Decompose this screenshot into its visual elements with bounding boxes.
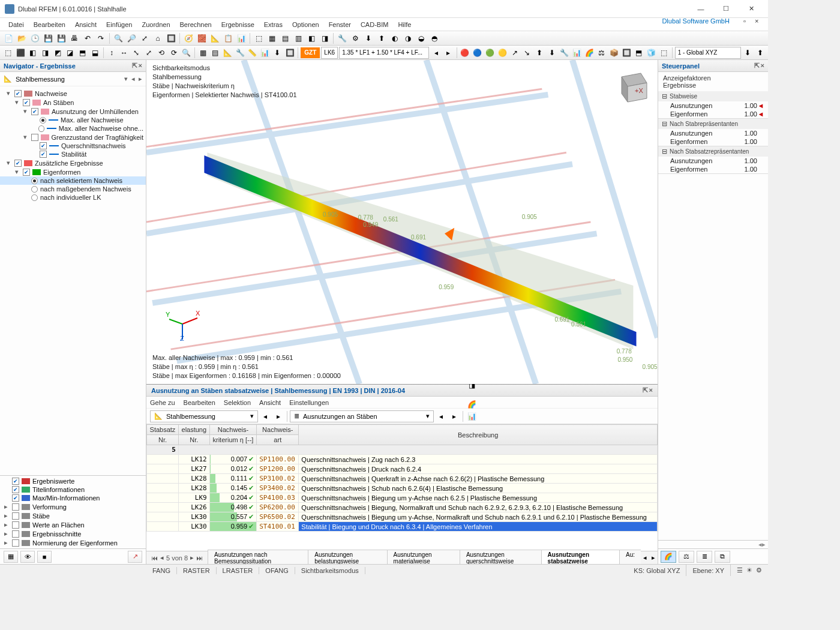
col-art[interactable]: Nachweis- — [257, 425, 299, 435]
option-row[interactable]: ▸Stäbe — [0, 511, 146, 520]
panel-close-icon[interactable]: × — [649, 386, 653, 394]
toolbar-button[interactable]: ↕ — [106, 47, 118, 59]
load-combo-selector[interactable]: 1.35 * LF1 + 1.50 * LF4 + LF... — [339, 47, 429, 59]
toolbar-button[interactable]: 💾 — [55, 32, 67, 44]
toolbar-button[interactable]: ↗ — [509, 47, 520, 59]
last-icon[interactable]: ⏭ — [196, 554, 203, 562]
table-menu-einstellungen[interactable]: Einstellungen — [289, 399, 329, 406]
group-header[interactable]: ⊟ Stabweise — [658, 91, 768, 101]
toolbar-button[interactable]: 📄 — [2, 32, 14, 44]
col-belastung[interactable]: elastung — [178, 425, 209, 435]
tree-item[interactable]: ✔Stabilität — [0, 150, 146, 158]
toolbar-button[interactable]: ◒ — [415, 32, 427, 44]
toolbar-button[interactable]: ◐ — [389, 32, 401, 44]
factor-value[interactable]: 1.00 — [737, 130, 757, 137]
factor-value[interactable]: 1.00 — [737, 102, 757, 109]
toolbar-button[interactable]: ⟲ — [156, 47, 167, 59]
radio[interactable] — [31, 194, 38, 201]
menu-cad-bim[interactable]: CAD-BIM — [356, 20, 393, 29]
factor-value[interactable]: 1.00 — [737, 138, 757, 145]
collapse-icon[interactable]: ⊟ — [662, 120, 667, 128]
panel-pin-icon[interactable]: ⇱ — [132, 62, 137, 70]
toolbar-button[interactable]: ⟳ — [168, 47, 179, 59]
mdi-restore-icon[interactable]: ▫ — [743, 17, 753, 32]
factor-row[interactable]: Ausnutzungen1.00 — [658, 129, 768, 137]
option-row[interactable]: ▸Verformung — [0, 502, 146, 511]
table-row[interactable]: LK280.145✔SP3400.02Querschnittsnachweis … — [147, 484, 658, 493]
toolbar-button[interactable]: 💾 — [42, 32, 54, 44]
option-row[interactable]: ▸Normierung der Eigenformen — [0, 538, 146, 547]
factor-row[interactable]: Eigenformen1.00 — [658, 165, 768, 173]
factor-row[interactable]: Ausnutzungen1.00 — [658, 157, 768, 165]
prev-icon[interactable]: ◂ — [259, 410, 271, 422]
status-toggle[interactable]: RASTER — [177, 567, 217, 574]
status-toggle[interactable]: OFANG — [259, 567, 295, 574]
group-header[interactable]: ⊟ Nach Stabsatzrepräsentanten — [658, 146, 768, 157]
table-menu-selektion[interactable]: Selektion — [224, 399, 251, 406]
table-row[interactable]: LK90.204✔SP4100.03Querschnittsnachweis |… — [147, 493, 658, 503]
checkbox[interactable]: ✔ — [12, 486, 19, 493]
toolbar-button[interactable]: ⤢ — [143, 47, 155, 59]
scroll-right-icon[interactable]: ▸ — [762, 541, 766, 548]
next-icon[interactable]: ▸ — [272, 410, 284, 422]
mdi-close-icon[interactable]: × — [755, 17, 764, 32]
results-tab[interactable]: Ausnutzungen nach Bemessungssituation — [208, 550, 308, 564]
factor-value[interactable]: 1.00 — [737, 166, 757, 173]
col-kriterium[interactable]: Nachweis- — [209, 425, 257, 435]
panel-pin-icon[interactable]: ⇱ — [754, 62, 760, 70]
toolbar-button[interactable]: 🔵 — [472, 47, 483, 59]
toolbar-button[interactable]: ◪ — [65, 47, 76, 59]
first-icon[interactable]: ⏮ — [151, 554, 158, 562]
table-menu-ansicht[interactable]: Ansicht — [259, 399, 281, 406]
toolbar-button[interactable]: ⬚ — [253, 32, 265, 44]
status-toggle[interactable]: Sichtbarkeitsmodus — [295, 567, 365, 574]
toolbar-button[interactable]: ▤ — [209, 47, 221, 59]
navigation-cube[interactable]: +X — [610, 66, 652, 108]
loadcase-selector[interactable]: LK6 — [321, 47, 338, 59]
checkbox[interactable]: ✔ — [23, 99, 30, 106]
toolbar-button[interactable]: 🔲 — [284, 47, 296, 59]
status-icon[interactable]: ☀ — [746, 566, 752, 574]
menu-extras[interactable]: Extras — [259, 20, 287, 29]
radio[interactable] — [38, 125, 45, 132]
toolbar-button[interactable]: ⬆ — [534, 47, 545, 59]
close-button[interactable]: ✕ — [739, 2, 763, 16]
tree-item[interactable]: ▾✔Eigenformen — [0, 167, 146, 176]
toolbar-button[interactable]: ⬇ — [272, 47, 283, 59]
results-combo-view[interactable]: ≣ Ausnutzungen an Stäben ▾ — [290, 410, 434, 422]
toolbar-button[interactable]: ⚖ — [596, 47, 607, 59]
toolbar-button[interactable]: ⬚ — [2, 47, 14, 59]
collapse-icon[interactable]: ⊟ — [662, 148, 667, 155]
toolbar-button[interactable]: ⬇ — [742, 47, 754, 59]
checkbox[interactable] — [31, 134, 38, 141]
option-row[interactable]: ✔Titelinformationen — [0, 485, 146, 494]
toolbar-button[interactable]: 🔴 — [460, 47, 471, 59]
toolbar-button[interactable]: 🧭 — [182, 32, 194, 44]
toolbar-button[interactable]: ◨ — [40, 47, 51, 59]
results-tab[interactable]: Au: — [619, 550, 641, 564]
toolbar-button[interactable]: ◧ — [305, 32, 317, 44]
toolbar-button[interactable]: ▥ — [292, 32, 304, 44]
toolbar-button[interactable]: 📐 — [209, 32, 221, 44]
toolbar-button[interactable]: 📊 — [235, 32, 247, 44]
table-menu-gehe zu[interactable]: Gehe zu — [150, 399, 175, 406]
toolbar-button[interactable]: ⌂ — [152, 32, 164, 44]
toolbar-button[interactable]: ↷ — [95, 32, 107, 44]
option-row[interactable]: ✔Max/Min-Informationen — [0, 494, 146, 502]
radio[interactable] — [31, 178, 38, 184]
table-toolbar-button[interactable]: 🌈 — [466, 398, 478, 410]
checkbox[interactable] — [12, 530, 19, 538]
checkbox[interactable]: ✔ — [12, 478, 19, 485]
col-stabsatz[interactable]: Stabsatz — [147, 425, 179, 435]
tree-item[interactable]: nach selektiertem Nachweis — [0, 176, 146, 185]
menu-ansicht[interactable]: Ansicht — [70, 20, 101, 29]
next-icon[interactable]: ▸ — [448, 410, 460, 422]
checkbox[interactable] — [12, 539, 19, 547]
menu-berechnen[interactable]: Berechnen — [175, 20, 217, 29]
table-row[interactable]: LK300.959✔ST4100.01Stabilität | Biegung … — [147, 522, 658, 532]
status-icon[interactable]: ⚙ — [756, 566, 762, 574]
toolbar-button[interactable]: ⬛ — [15, 47, 26, 59]
toolbar-button[interactable]: 📂 — [16, 32, 28, 44]
toolbar-button[interactable]: 📐 — [222, 47, 233, 59]
results-tab[interactable]: Ausnutzungen querschnittsweise — [460, 550, 542, 564]
